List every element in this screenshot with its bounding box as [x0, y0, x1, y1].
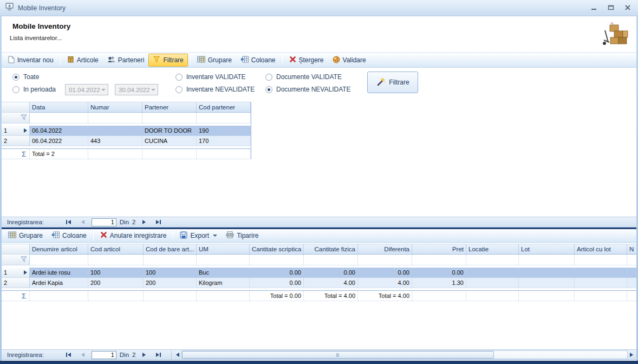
column-header-data[interactable]: Data: [30, 102, 88, 113]
cell-denumire[interactable]: Ardei Kapia: [30, 278, 88, 288]
scroll-right-button[interactable]: [628, 351, 635, 359]
cell-diferenta[interactable]: 0.00: [358, 268, 412, 278]
cell-clipped[interactable]: [627, 268, 636, 278]
filter-cell[interactable]: [30, 113, 88, 123]
cell-um[interactable]: Buc: [197, 268, 250, 278]
minimize-button[interactable]: [590, 4, 598, 11]
next-record-button[interactable]: [139, 218, 149, 226]
scrollbar-thumb[interactable]: [182, 351, 493, 359]
cell-cod-partener[interactable]: 190: [197, 126, 251, 136]
previous-record-button[interactable]: [77, 218, 88, 226]
cell-partener[interactable]: CUCINA: [142, 136, 197, 146]
filter-cell[interactable]: [30, 255, 88, 265]
column-header-articol-cu-lot[interactable]: Articol cu lot: [575, 244, 627, 255]
radio-documente-nevalidate[interactable]: [265, 86, 272, 93]
filter-cell[interactable]: [466, 255, 519, 265]
anulare-inregistrare-button[interactable]: Anulare inregistrare: [96, 229, 171, 242]
validare-button[interactable]: Validare: [328, 54, 370, 67]
record-number-input[interactable]: [92, 218, 116, 226]
cell-um[interactable]: Kilogram: [197, 278, 250, 288]
filter-cell[interactable]: [304, 255, 358, 265]
cell-lot[interactable]: [519, 278, 575, 288]
radio-documente-validate[interactable]: [265, 74, 272, 81]
filter-cell[interactable]: [627, 255, 636, 265]
cell-pret[interactable]: 1.30: [412, 278, 466, 288]
record-number-input[interactable]: [92, 351, 116, 359]
cell-lot[interactable]: [519, 268, 575, 278]
grupare-button[interactable]: Grupare: [193, 54, 236, 67]
column-header-pret[interactable]: Pret: [412, 244, 466, 255]
previous-record-button[interactable]: [77, 351, 88, 359]
radio-toate[interactable]: [12, 74, 19, 81]
cell-diferenta[interactable]: 4.00: [358, 278, 412, 288]
last-record-button[interactable]: [153, 218, 164, 226]
column-header-clipped[interactable]: N: [627, 244, 636, 255]
cell-locatie[interactable]: [466, 278, 519, 288]
column-header-cantitate-fizica[interactable]: Cantitate fizica: [304, 244, 358, 255]
filter-cell[interactable]: [197, 113, 251, 123]
column-header-um[interactable]: UM: [197, 244, 250, 255]
next-record-button[interactable]: [139, 351, 149, 359]
articole-button[interactable]: Articole: [63, 54, 103, 67]
cell-cantitate-scriptica[interactable]: 0.00: [250, 278, 304, 288]
scrollbar-track[interactable]: [181, 350, 628, 359]
column-header-diferenta[interactable]: Diferenta: [358, 244, 412, 255]
cell-data[interactable]: 06.04.2022: [30, 136, 88, 146]
cell-clipped[interactable]: [627, 278, 636, 288]
cell-cod-bare[interactable]: 100: [144, 268, 197, 278]
filter-cell[interactable]: [88, 255, 144, 265]
last-record-button[interactable]: [153, 351, 164, 359]
cell-pret[interactable]: 0.00: [412, 268, 466, 278]
filter-cell[interactable]: [575, 255, 627, 265]
filter-cell[interactable]: [250, 255, 304, 265]
cell-cod-partener[interactable]: 170: [197, 136, 251, 146]
row-header[interactable]: 2: [2, 278, 30, 288]
cell-cantitate-fizica[interactable]: 4.00: [304, 278, 358, 288]
cell-articol-cu-lot[interactable]: [575, 268, 627, 278]
cell-locatie[interactable]: [466, 268, 519, 278]
column-header-numar[interactable]: Numar: [88, 102, 142, 113]
radio-in-perioada[interactable]: [12, 86, 19, 93]
parteneri-button[interactable]: Parteneri: [103, 54, 149, 67]
filter-cell[interactable]: [144, 255, 197, 265]
column-header-lot[interactable]: Lot: [519, 244, 575, 255]
cell-partener[interactable]: DOOR TO DOOR: [142, 126, 197, 136]
filter-cell[interactable]: [142, 113, 197, 123]
date-from-select[interactable]: 01.04.2022: [65, 84, 108, 95]
first-record-button[interactable]: [63, 218, 74, 226]
cell-numar[interactable]: [88, 126, 142, 136]
detail-grupare-button[interactable]: Grupare: [4, 229, 47, 242]
column-header-denumire-articol[interactable]: Denumire articol: [30, 244, 88, 255]
cell-cod-bare[interactable]: 200: [144, 278, 197, 288]
row-header[interactable]: 2: [2, 136, 30, 146]
date-to-select[interactable]: 30.04.2022: [115, 84, 158, 95]
row-header[interactable]: 1: [2, 268, 30, 278]
detail-coloane-button[interactable]: Coloane: [47, 229, 91, 242]
export-button[interactable]: Export: [175, 229, 222, 243]
filter-cell[interactable]: [358, 255, 412, 265]
column-header-partener[interactable]: Partener: [142, 102, 197, 113]
coloane-button[interactable]: Coloane: [236, 54, 280, 67]
filter-cell[interactable]: [88, 113, 142, 123]
first-record-button[interactable]: [63, 351, 74, 359]
cell-data[interactable]: 06.04.2022: [30, 126, 88, 136]
cell-cantitate-scriptica[interactable]: 0.00: [250, 268, 304, 278]
filter-cell[interactable]: [412, 255, 466, 265]
column-header-cod-partener[interactable]: Cod partener: [197, 102, 251, 113]
filter-cell[interactable]: [197, 255, 250, 265]
radio-inventare-nevalidate[interactable]: [175, 86, 183, 93]
cell-articol-cu-lot[interactable]: [575, 278, 627, 288]
cell-denumire[interactable]: Ardei iute rosu: [30, 268, 88, 278]
cell-cantitate-fizica[interactable]: 0.00: [304, 268, 358, 278]
filtrare-toggle-button[interactable]: Filtrare: [148, 54, 187, 67]
maximize-button[interactable]: [607, 4, 615, 11]
cell-numar[interactable]: 443: [88, 136, 142, 146]
inventar-nou-button[interactable]: Inventar nou: [4, 54, 58, 67]
column-header-locatie[interactable]: Locatie: [466, 244, 519, 255]
close-button[interactable]: [624, 4, 632, 11]
cell-cod-articol[interactable]: 100: [88, 268, 144, 278]
scroll-left-button[interactable]: [174, 351, 181, 359]
chevron-down-icon[interactable]: [213, 235, 217, 237]
cell-cod-articol[interactable]: 200: [88, 278, 144, 288]
tiparire-button[interactable]: Tiparire: [222, 229, 263, 242]
